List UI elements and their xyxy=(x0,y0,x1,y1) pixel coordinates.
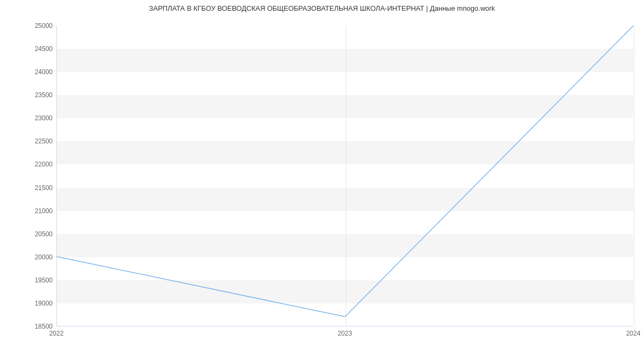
y-tick-label: 24500 xyxy=(4,45,53,53)
x-tick-label: 2022 xyxy=(49,330,64,337)
plot-area xyxy=(56,26,633,326)
y-tick-label: 22500 xyxy=(4,137,53,145)
y-tick-label: 20000 xyxy=(4,253,53,261)
x-tick-label: 2024 xyxy=(626,330,641,337)
chart-container: ЗАРПЛАТА В КГБОУ ВОЕВОДСКАЯ ОБЩЕОБРАЗОВА… xyxy=(0,0,644,349)
data-series xyxy=(57,26,633,326)
y-tick-label: 25000 xyxy=(4,22,53,30)
y-tick-label: 24000 xyxy=(4,68,53,76)
y-tick-label: 23000 xyxy=(4,114,53,122)
y-tick-label: 19000 xyxy=(4,300,53,307)
y-tick-label: 22000 xyxy=(4,161,53,168)
salary-line xyxy=(57,26,633,317)
y-tick-label: 21500 xyxy=(4,184,53,192)
y-tick-label: 19500 xyxy=(4,277,53,284)
y-tick-label: 21000 xyxy=(4,207,53,215)
chart-title: ЗАРПЛАТА В КГБОУ ВОЕВОДСКАЯ ОБЩЕОБРАЗОВА… xyxy=(0,4,644,12)
y-tick-label: 18500 xyxy=(4,323,53,330)
x-gridline xyxy=(634,26,634,326)
y-tick-label: 20500 xyxy=(4,230,53,238)
x-tick-label: 2023 xyxy=(338,330,352,337)
y-tick-label: 23500 xyxy=(4,91,53,99)
